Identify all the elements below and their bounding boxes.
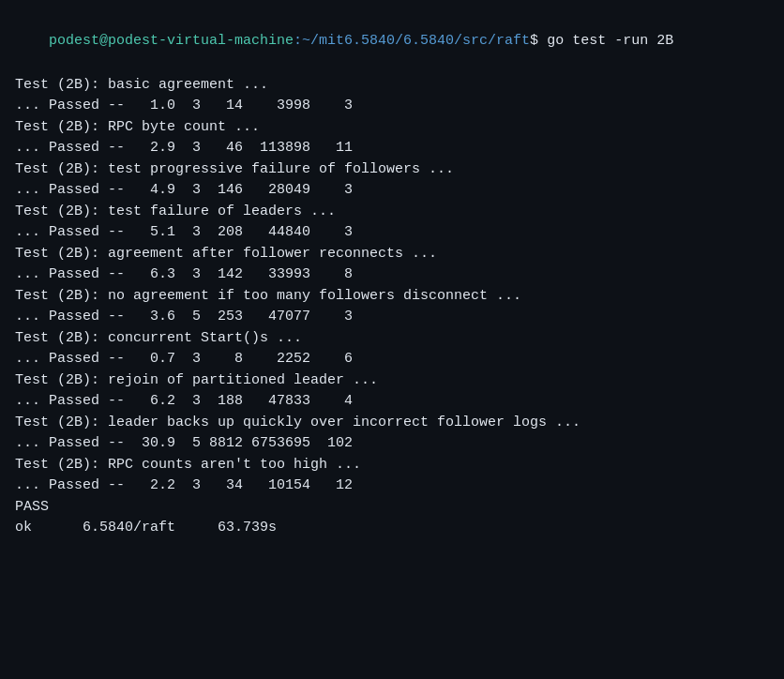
test-name-line: Test (2B): RPC counts aren't too high ..… (15, 455, 769, 476)
test-name-line: Test (2B): no agreement if too many foll… (15, 286, 769, 308)
passed-line: ... Passed -- 2.9 3 46 113898 11 (15, 138, 769, 159)
test-name-line: Test (2B): concurrent Start()s ... (15, 328, 769, 350)
output-lines: Test (2B): basic agreement ...... Passed… (15, 75, 769, 539)
passed-line: ... Passed -- 1.0 3 14 3998 3 (15, 96, 769, 117)
passed-line: ... Passed -- 6.3 3 142 33993 8 (15, 264, 769, 286)
pass-line: PASS (15, 497, 769, 519)
test-name-line: Test (2B): basic agreement ... (15, 75, 769, 97)
prompt-command: go test -run 2B (538, 33, 673, 49)
passed-line: ... Passed -- 6.2 3 188 47833 4 (15, 391, 769, 413)
test-name-line: Test (2B): test progressive failure of f… (15, 159, 769, 181)
test-name-line: Test (2B): test failure of leaders ... (15, 202, 769, 223)
passed-line: ... Passed -- 4.9 3 146 28049 3 (15, 180, 769, 202)
prompt-user: podest@podest-virtual-machine (49, 33, 294, 49)
passed-line: ... Passed -- 2.2 3 34 10154 12 (15, 475, 769, 497)
test-name-line: Test (2B): rejoin of partitioned leader … (15, 370, 769, 392)
terminal: podest@podest-virtual-machine:~/mit6.584… (0, 0, 784, 679)
passed-line: ... Passed -- 5.1 3 208 44840 3 (15, 222, 769, 244)
test-name-line: Test (2B): RPC byte count ... (15, 117, 769, 139)
passed-line: ... Passed -- 3.6 5 253 47077 3 (15, 307, 769, 328)
passed-line: ... Passed -- 0.7 3 8 2252 6 (15, 349, 769, 370)
prompt-path: :~/mit6.5840/6.5840/src/raft (294, 33, 530, 49)
test-name-line: Test (2B): leader backs up quickly over … (15, 413, 769, 434)
ok-line: ok 6.5840/raft 63.739s (15, 518, 769, 539)
passed-line: ... Passed -- 30.9 5 8812 6753695 102 (15, 433, 769, 455)
prompt-line: podest@podest-virtual-machine:~/mit6.584… (15, 9, 769, 73)
prompt-dollar: $ (530, 33, 538, 49)
test-name-line: Test (2B): agreement after follower reco… (15, 244, 769, 265)
